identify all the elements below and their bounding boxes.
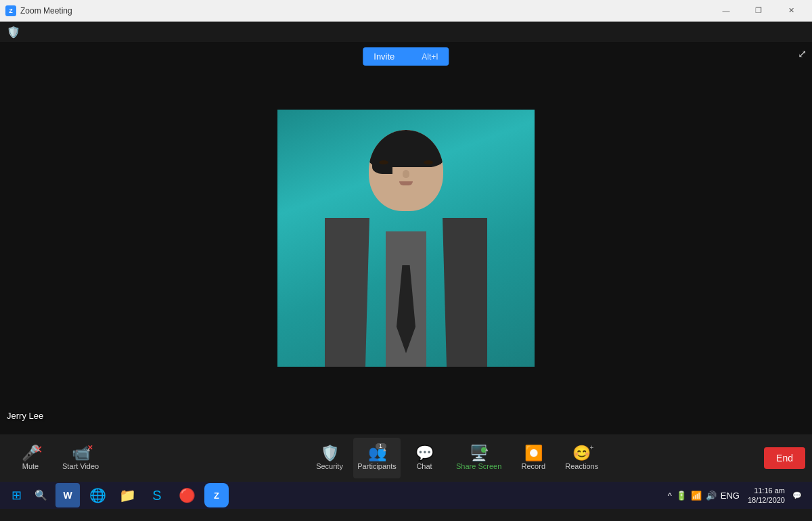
record-icon: ⏺️ xyxy=(524,446,543,461)
start-video-button[interactable]: 📹 ✕ ▲ Start Video xyxy=(54,438,107,478)
share-caret-icon: ▲ xyxy=(484,447,489,453)
shield-icon: 🛡️ xyxy=(7,25,20,39)
end-button[interactable]: End xyxy=(764,447,805,469)
participant-video xyxy=(277,110,535,367)
security-icon: 🛡️ xyxy=(321,446,339,461)
mute-button[interactable]: 🎤 ✕ ▲ Mute xyxy=(7,438,54,478)
notification-button[interactable]: 💬 xyxy=(788,486,807,505)
head xyxy=(369,130,443,211)
video-tile xyxy=(277,110,535,367)
mute-caret-icon: ▲ xyxy=(36,447,41,453)
body xyxy=(325,218,487,367)
security-bar: 🛡️ xyxy=(0,22,812,42)
chat-label: Chat xyxy=(416,462,432,470)
mic-icon: 🎤 ✕ ▲ xyxy=(22,446,40,461)
record-button[interactable]: ⏺️ Record xyxy=(510,438,557,478)
main-video-area: Invite Alt+I xyxy=(0,42,812,434)
right-eye xyxy=(424,160,433,164)
taskbar-chrome-icon[interactable]: 🔴 xyxy=(175,483,199,507)
security-label: Security xyxy=(316,462,343,470)
taskbar-zoom-icon[interactable]: Z xyxy=(204,483,229,507)
participants-button[interactable]: 👥 1 ▲ Participants xyxy=(353,438,401,478)
taskbar-search-button[interactable]: 🔍 xyxy=(30,484,51,506)
system-clock: 11:16 am 18/12/2020 xyxy=(748,486,785,505)
tray-language: ENG xyxy=(721,491,740,501)
share-screen-icon: 🖥️ ▲ xyxy=(470,446,488,461)
clock-date: 18/12/2020 xyxy=(748,495,785,505)
maximize-button[interactable]: ❐ xyxy=(743,1,774,21)
windows-start-button[interactable]: ⊞ xyxy=(5,484,27,506)
participants-caret-icon: ▲ xyxy=(382,447,388,453)
chat-icon: 💬 xyxy=(415,446,434,461)
share-screen-button[interactable]: 🖥️ ▲ Share Screen xyxy=(448,438,510,478)
tray-chevron-icon[interactable]: ^ xyxy=(668,491,672,501)
reactions-label: Reactions xyxy=(565,462,598,470)
system-tray: ^ 🔋 📶 🔊 ENG xyxy=(668,491,740,501)
face xyxy=(379,160,433,185)
window-title: Zoom Meeting xyxy=(20,6,72,16)
taskbar-edge-icon[interactable]: 🌐 xyxy=(85,483,110,507)
title-bar: Z Zoom Meeting — ❐ ✕ xyxy=(0,0,812,22)
taskbar-explorer-icon[interactable]: 📁 xyxy=(115,483,139,507)
mouth xyxy=(399,181,413,185)
toolbar: 🎤 ✕ ▲ Mute 📹 ✕ ▲ Start Video 🛡️ Security… xyxy=(0,434,812,482)
tray-volume-icon: 🔊 xyxy=(706,491,717,501)
video-caret-icon: ▲ xyxy=(86,447,91,453)
video-icon: 📹 ✕ ▲ xyxy=(72,446,90,461)
close-button[interactable]: ✕ xyxy=(775,1,807,21)
eyes xyxy=(379,160,433,164)
nose xyxy=(403,170,409,178)
taskbar-skype-icon[interactable]: S xyxy=(145,483,169,507)
zoom-logo: Z xyxy=(5,5,16,16)
mute-label: Mute xyxy=(22,462,39,470)
video-label: Start Video xyxy=(62,462,99,470)
left-eye xyxy=(379,160,388,164)
invite-tooltip[interactable]: Invite Alt+I xyxy=(363,47,449,66)
security-button[interactable]: 🛡️ Security xyxy=(306,438,353,478)
tray-network-icon: 📶 xyxy=(691,491,702,501)
title-bar-left: Z Zoom Meeting xyxy=(5,5,72,16)
reaction-plus-icon: + xyxy=(589,445,593,451)
invite-label: Invite xyxy=(374,51,394,62)
reactions-button[interactable]: 😊 + Reactions xyxy=(557,438,606,478)
share-label: Share Screen xyxy=(456,462,501,470)
minimize-button[interactable]: — xyxy=(710,1,742,21)
chat-button[interactable]: 💬 Chat xyxy=(401,438,448,478)
window-controls[interactable]: — ❐ ✕ xyxy=(710,1,807,21)
participants-icon: 👥 1 ▲ xyxy=(368,446,386,461)
windows-taskbar: ⊞ 🔍 W 🌐 📁 S 🔴 Z ^ 🔋 📶 🔊 ENG 11:16 am 18/… xyxy=(0,482,812,509)
participants-label: Participants xyxy=(357,462,396,470)
taskbar-word-icon[interactable]: W xyxy=(55,483,80,507)
taskbar-left: ⊞ 🔍 W 🌐 📁 S 🔴 Z xyxy=(5,483,230,507)
person-figure xyxy=(311,116,501,367)
taskbar-right: ^ 🔋 📶 🔊 ENG 11:16 am 18/12/2020 💬 xyxy=(668,486,807,505)
reactions-icon: 😊 + xyxy=(572,446,591,461)
clock-time: 11:16 am xyxy=(748,486,785,495)
fullscreen-icon[interactable]: ⤢ xyxy=(798,47,807,60)
invite-shortcut: Alt+I xyxy=(422,52,438,62)
record-label: Record xyxy=(522,462,545,470)
participant-name-badge: Jerry Lee xyxy=(7,411,43,421)
tray-battery-icon: 🔋 xyxy=(676,491,687,501)
